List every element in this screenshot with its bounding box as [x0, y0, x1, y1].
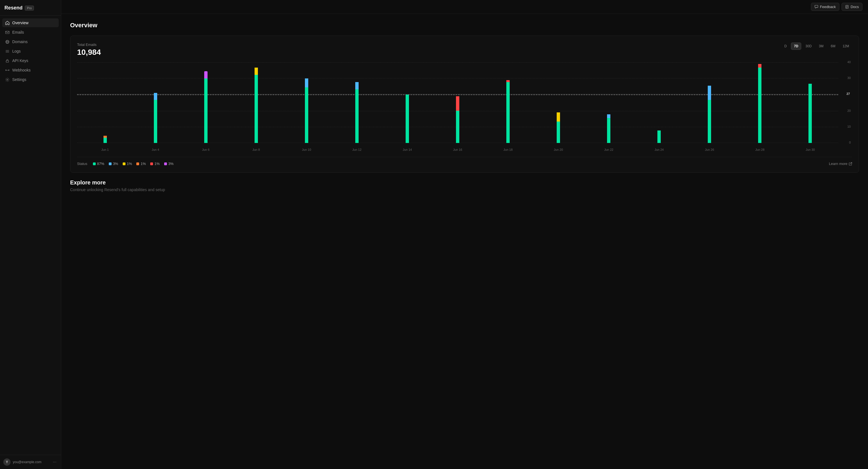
bar-segment: [406, 95, 409, 143]
bar-group: [555, 113, 562, 143]
sidebar-item-overview[interactable]: Overview: [2, 18, 59, 27]
bar-segment: [204, 79, 208, 143]
bar-stack: [305, 79, 308, 143]
bar-group: [403, 95, 411, 143]
status-items: Status 87% 3% 1% 1%: [77, 162, 174, 166]
x-label: Jun 22: [584, 148, 634, 151]
learn-more-link[interactable]: Learn more: [829, 162, 852, 166]
globe-icon: [5, 39, 9, 44]
bar-group: [353, 82, 361, 143]
feedback-icon: [814, 5, 818, 9]
bar-group: [605, 114, 613, 143]
time-filters: D 7D 30D 3M 6M 12M: [781, 42, 852, 50]
status-row: Status 87% 3% 1% 1%: [77, 157, 852, 166]
chart-value: 10,984: [77, 48, 101, 57]
status-item-yellow: 1%: [123, 162, 132, 166]
x-label: Jun 30: [785, 148, 835, 151]
bar-segment: [154, 100, 157, 143]
docs-button[interactable]: Docs: [842, 3, 862, 11]
bar-segment: [103, 138, 107, 143]
avatar: Y: [3, 459, 10, 466]
footer-menu-button[interactable]: ···: [52, 459, 58, 465]
bar-segment: [355, 89, 359, 143]
x-label: Jun 6: [181, 148, 231, 151]
sidebar: Resend Pro Overview Emails: [0, 0, 61, 469]
status-dot-purple: [164, 162, 167, 165]
status-pct-green: 87%: [97, 162, 104, 166]
status-item-blue: 3%: [109, 162, 118, 166]
bar-segment: [607, 118, 610, 143]
bar-segment: [204, 71, 208, 79]
sidebar-item-domains[interactable]: Domains: [2, 37, 59, 46]
bar-stack: [708, 86, 711, 143]
bar-segment: [305, 87, 308, 143]
feedback-button[interactable]: Feedback: [811, 3, 839, 11]
home-icon: [5, 21, 9, 25]
x-labels: Jun 1Jun 4Jun 6Jun 8Jun 10Jun 12Jun 14Ju…: [77, 148, 838, 151]
chart-bars: [77, 62, 838, 143]
bar-segment: [708, 86, 711, 100]
bar-stack: [103, 136, 107, 143]
svg-point-4: [7, 79, 8, 80]
bar-segment: [254, 68, 258, 75]
time-btn-6m[interactable]: 6M: [828, 42, 838, 50]
bar-segment: [758, 64, 762, 68]
time-btn-d[interactable]: D: [781, 42, 790, 50]
sidebar-label-emails: Emails: [12, 30, 24, 34]
topbar: Feedback Docs: [61, 0, 868, 14]
bar-stack: [808, 84, 812, 143]
chart-meta: Total Emails 10,984: [77, 42, 101, 57]
time-btn-7d[interactable]: 7D: [791, 42, 801, 50]
app-name: Resend: [4, 5, 23, 11]
sidebar-logo: Resend Pro: [0, 0, 61, 15]
bar-segment: [506, 82, 510, 143]
bar-segment: [758, 68, 762, 143]
explore-subtitle: Continue unlocking Resend's full capabil…: [70, 187, 859, 192]
svg-rect-0: [6, 31, 9, 34]
sidebar-label-domains: Domains: [12, 39, 28, 44]
time-btn-30d[interactable]: 30D: [802, 42, 814, 50]
learn-more-label: Learn more: [829, 162, 847, 166]
svg-rect-3: [6, 61, 9, 62]
status-pct-purple: 3%: [168, 162, 174, 166]
x-label: Jun 12: [332, 148, 382, 151]
external-link-icon: [849, 162, 852, 165]
x-label: Jun 26: [684, 148, 735, 151]
bar-stack: [154, 93, 157, 143]
bar-group: [252, 68, 260, 143]
bar-stack: [254, 68, 258, 143]
time-btn-12m[interactable]: 12M: [840, 42, 852, 50]
sidebar-item-settings[interactable]: Settings: [2, 75, 59, 84]
bar-stack: [758, 64, 762, 143]
sidebar-item-logs[interactable]: Logs: [2, 47, 59, 56]
x-label: Jun 14: [382, 148, 432, 151]
page-title: Overview: [70, 22, 859, 29]
chart-card: Total Emails 10,984 D 7D 30D 3M 6M 12M 4…: [70, 36, 859, 173]
bar-group: [303, 79, 310, 143]
bar-group: [202, 71, 210, 143]
chart-area: 40 30 27 20 10 0 Jun 1Jun 4Jun 6Jun 8Jun…: [77, 62, 852, 151]
status-item-green: 87%: [93, 162, 104, 166]
sidebar-label-webhooks: Webhooks: [12, 68, 31, 72]
bar-segment: [657, 130, 661, 143]
sidebar-label-logs: Logs: [12, 49, 21, 54]
bar-segment: [355, 82, 359, 89]
x-label: Jun 20: [533, 148, 584, 151]
time-btn-3m[interactable]: 3M: [816, 42, 827, 50]
explore-title: Explore more: [70, 180, 859, 186]
status-pct-orange: 1%: [141, 162, 146, 166]
explore-section: Explore more Continue unlocking Resend's…: [70, 180, 859, 192]
plan-badge: Pro: [25, 6, 34, 10]
bar-stack: [657, 130, 661, 143]
bar-stack: [355, 82, 359, 143]
x-label: Jun 8: [231, 148, 281, 151]
bar-segment: [456, 96, 459, 111]
svg-rect-5: [815, 5, 818, 7]
list-icon: [5, 49, 9, 54]
sidebar-item-api-keys[interactable]: API Keys: [2, 56, 59, 65]
footer-email: you@example.com: [13, 460, 50, 464]
bar-segment: [557, 122, 560, 143]
sidebar-item-webhooks[interactable]: Webhooks: [2, 66, 59, 74]
sidebar-item-emails[interactable]: Emails: [2, 28, 59, 37]
bar-stack: [456, 96, 459, 143]
